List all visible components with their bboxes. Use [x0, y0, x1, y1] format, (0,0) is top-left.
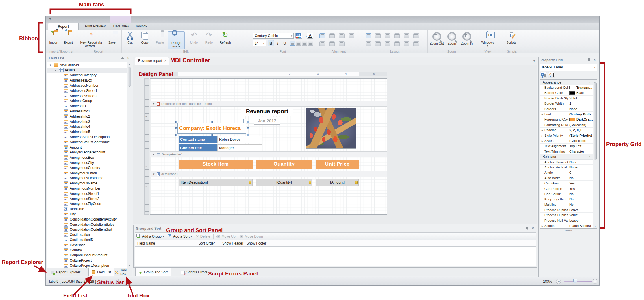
- field-list-item[interactable]: BirthDate: [47, 206, 132, 212]
- font-family-combo[interactable]: Century Gothic: [253, 33, 294, 39]
- pin-icon[interactable]: [587, 58, 591, 62]
- import-button[interactable]: Import: [46, 31, 61, 49]
- align-tops-button[interactable]: [319, 41, 325, 46]
- align-right-button[interactable]: [302, 41, 307, 46]
- align-centers-button[interactable]: [339, 33, 345, 38]
- field-list-item[interactable]: Amount: [47, 145, 132, 150]
- field-list-item[interactable]: AnonymousCity: [47, 160, 132, 165]
- property-row[interactable]: Styles (Collection): [540, 138, 597, 143]
- property-row[interactable]: Anchor Horizontal None: [540, 160, 597, 165]
- move-up-button[interactable]: ▴Move Up: [216, 234, 236, 238]
- field-list-item[interactable]: AnonymousStreet2: [47, 196, 132, 201]
- size-to-grid-button[interactable]: [366, 33, 371, 38]
- add-group-button[interactable]: Add a Group▾: [137, 234, 164, 238]
- expand-property-icon[interactable]: [540, 86, 544, 89]
- band-report-header[interactable]: ▼ ReportHeader [one band per report]: [150, 101, 387, 107]
- save-button[interactable]: Save: [104, 31, 119, 49]
- scroll-down-icon[interactable]: ▾: [593, 225, 597, 228]
- field-list-item[interactable]: AnonymousEmail: [47, 171, 132, 176]
- property-row[interactable]: Border Dash Style Solid: [540, 96, 597, 101]
- expand-property-icon[interactable]: [540, 112, 544, 116]
- column-header-stock-item[interactable]: Stock item: [179, 160, 253, 169]
- expand-property-icon[interactable]: [540, 139, 544, 142]
- expand-property-icon[interactable]: [540, 150, 544, 153]
- zoom-slider-track[interactable]: [564, 281, 592, 282]
- field-list-item[interactable]: ConsolidationCodeItemActivity: [47, 217, 132, 222]
- vertical-spacing-button[interactable]: [366, 41, 371, 46]
- resize-handle[interactable]: [247, 134, 249, 136]
- property-row[interactable]: Process Duplicates Value: [540, 213, 597, 218]
- field-list-item[interactable]: AddressStatusDescription: [47, 134, 132, 140]
- scrollbar-thumb[interactable]: [594, 82, 597, 160]
- align-bottoms-button[interactable]: [339, 41, 345, 46]
- expand-property-icon[interactable]: [540, 224, 544, 227]
- collapse-band-icon[interactable]: ▼: [153, 153, 155, 156]
- center-vertically-button[interactable]: [413, 41, 419, 46]
- field-list-item[interactable]: CouponDiscountAmount: [47, 253, 132, 258]
- field-list-item[interactable]: AddressInfo2: [47, 114, 132, 119]
- tab-print-preview[interactable]: Print Preview: [81, 23, 110, 30]
- scrollbar-thumb[interactable]: [128, 67, 131, 87]
- field-cell-amount[interactable]: [Amount]: [316, 179, 359, 186]
- refresh-button[interactable]: ↻Refresh: [217, 31, 233, 49]
- property-row[interactable]: Style Priority (Style Priority): [540, 133, 597, 138]
- tab-toolbox[interactable]: Toolbox: [131, 23, 151, 30]
- resize-handle[interactable]: [175, 121, 177, 123]
- company-label[interactable]: Company: Exotic Horeca: [177, 123, 246, 134]
- expand-property-icon[interactable]: [540, 102, 544, 105]
- expand-property-icon[interactable]: [540, 197, 544, 201]
- tab-group-and-sort[interactable]: Group and Sort: [135, 268, 171, 276]
- field-cell-quantity[interactable]: [Quantity]: [256, 179, 312, 186]
- field-cell-item-description[interactable]: [ItemDescription]: [179, 179, 253, 186]
- field-list-item[interactable]: AnonymousName: [47, 181, 132, 186]
- bold-button[interactable]: B: [268, 40, 274, 46]
- resize-handle[interactable]: [211, 134, 213, 136]
- field-list-item[interactable]: CultureProjectDescription: [47, 263, 132, 268]
- field-list-item[interactable]: AnonymousStreet1: [47, 191, 132, 196]
- expand-property-icon[interactable]: [540, 144, 544, 148]
- column-header-quantity[interactable]: Quantity: [256, 160, 312, 169]
- contact-name-label[interactable]: Contact name: [179, 136, 217, 143]
- field-list-item[interactable]: AnonymousFirstname: [47, 176, 132, 181]
- design-mode-button[interactable]: Design mode: [168, 31, 185, 49]
- field-list-item[interactable]: CostPlace: [47, 242, 132, 248]
- property-row[interactable]: Can Shrink No: [540, 191, 597, 197]
- expand-property-icon[interactable]: [540, 97, 544, 100]
- add-sort-button[interactable]: Add a Sort▾: [168, 234, 192, 238]
- property-row[interactable]: Keep Together No: [540, 197, 597, 202]
- scripts-button[interactable]: {}Scripts: [504, 31, 519, 49]
- decrease-vertical-spacing-button[interactable]: [385, 41, 390, 46]
- resize-handle[interactable]: [175, 134, 177, 136]
- alphabetical-sort-button[interactable]: [548, 72, 555, 78]
- underline-button[interactable]: U: [282, 40, 288, 46]
- tab-scripts-errors[interactable]: Scripts Errors: [178, 268, 210, 276]
- property-row[interactable]: Border Color Black: [540, 90, 597, 96]
- highlight-color-icon[interactable]: ab: [295, 33, 302, 39]
- expand-property-icon[interactable]: [540, 187, 544, 190]
- tab-list-dropdown-icon[interactable]: ▼: [533, 60, 536, 63]
- field-list-item[interactable]: AddressStatusShortName: [47, 140, 132, 145]
- contact-name-value[interactable]: Robin Devos: [217, 136, 262, 143]
- resize-handle[interactable]: [175, 127, 177, 129]
- field-list-item[interactable]: ConsolidationCodeItemSort: [47, 227, 132, 232]
- field-list-item[interactable]: AnalyticLedgerAccount: [47, 150, 132, 155]
- category-appearance[interactable]: Appearance˄: [540, 80, 597, 85]
- expand-property-icon[interactable]: [540, 176, 544, 180]
- field-list-item[interactable]: AddressInfo5: [47, 129, 132, 134]
- group-sort-empty-list[interactable]: [135, 247, 536, 266]
- field-list-item[interactable]: Country: [47, 248, 132, 253]
- zoom-in-icon[interactable]: +: [593, 279, 597, 284]
- zoom-in-button[interactable]: Zoom In: [459, 31, 474, 49]
- property-grid-scrollbar[interactable]: ▾: [593, 80, 597, 228]
- band-marker-icon[interactable]: ≡: [145, 115, 147, 118]
- expand-property-icon[interactable]: [540, 213, 544, 217]
- category-behavior[interactable]: Behavior˄: [540, 154, 597, 159]
- expand-property-icon[interactable]: [540, 107, 544, 111]
- expand-property-icon[interactable]: [540, 118, 544, 121]
- categorized-view-button[interactable]: [540, 72, 547, 78]
- band-detail[interactable]: ▼ detailBand1: [150, 171, 387, 177]
- field-list-item[interactable]: AddressInfo1: [47, 109, 132, 114]
- property-row[interactable]: Process Null Values Leave: [540, 218, 597, 223]
- same-size-button[interactable]: [394, 33, 400, 38]
- delete-button[interactable]: ✕Delete: [196, 234, 210, 238]
